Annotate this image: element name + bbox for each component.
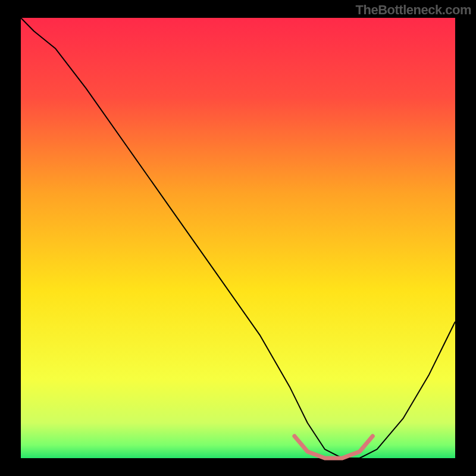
chart-frame: TheBottleneck.com (0, 0, 476, 476)
bottleneck-chart (0, 0, 476, 476)
plot-background (21, 18, 455, 458)
watermark-text: TheBottleneck.com (356, 2, 471, 18)
